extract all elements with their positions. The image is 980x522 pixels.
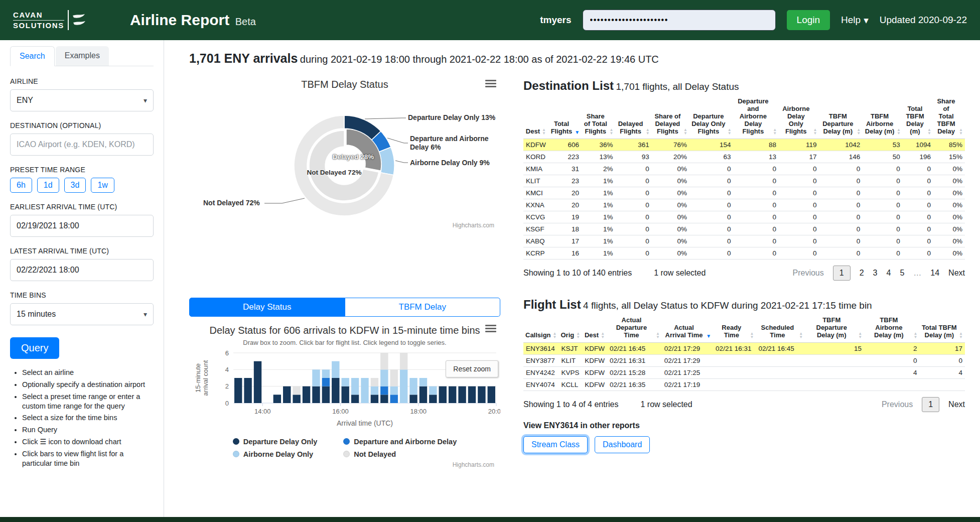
preset-1w-button[interactable]: 1w — [91, 178, 114, 193]
arrival-bar[interactable] — [478, 386, 485, 403]
column-header-tbfm-airborne-delay-m[interactable]: TBFM Airborne Delay (m)▲▼ — [863, 97, 903, 139]
pagination-page-1[interactable]: 1 — [833, 266, 851, 281]
airline-select[interactable]: ENY ▾ — [10, 89, 154, 111]
legend-item-departure-delay-only[interactable]: Departure Delay Only — [233, 438, 317, 446]
table-row[interactable]: KMIA312%00%0000000% — [523, 163, 965, 175]
table-row[interactable]: KSGF181%00%0000000% — [523, 223, 965, 235]
column-header-dest[interactable]: Dest▲▼ — [582, 316, 607, 342]
arrival-bar[interactable] — [380, 353, 388, 403]
table-row[interactable]: KDFW60636%36176%15488119104253109485% — [523, 139, 965, 151]
stream-class-button[interactable]: Stream Class — [523, 436, 588, 453]
time-bins-select[interactable]: 15 minutes ▾ — [10, 303, 154, 325]
column-header-share-of-total-flights[interactable]: Share of Total Flights▲▼ — [582, 97, 615, 139]
column-header-airborne-delay-only-flights[interactable]: Airborne Delay Only Flights▲▼ — [779, 97, 819, 139]
pagination-previous[interactable]: Previous — [882, 400, 913, 409]
column-header-departure-delay-only-flights[interactable]: Departure Delay Only Flights▲▼ — [689, 97, 734, 139]
arrival-bar[interactable] — [371, 378, 378, 403]
column-header-delayed-flights[interactable]: Delayed Flights▲▼ — [615, 97, 651, 139]
arrival-bar[interactable] — [439, 386, 447, 403]
dashboard-button[interactable]: Dashboard — [595, 436, 650, 453]
preset-1d-button[interactable]: 1d — [37, 178, 59, 193]
column-header-departure-and-airborne-delay-flights[interactable]: Departure and Airborne Delay Flights▲▼ — [734, 97, 779, 139]
arrival-bar[interactable] — [400, 353, 407, 403]
tab-tbfm-delay[interactable]: TBFM Delay — [345, 298, 501, 317]
column-header-dest[interactable]: Dest▲▼ — [523, 97, 548, 139]
earliest-arrival-input[interactable] — [10, 215, 154, 237]
pagination-page-3[interactable]: 3 — [873, 269, 878, 278]
login-button[interactable]: Login — [787, 10, 830, 30]
help-menu[interactable]: Help ▾ — [841, 15, 869, 26]
arrival-bar[interactable] — [332, 361, 339, 403]
table-row[interactable]: KCVG191%00%0000000% — [523, 211, 965, 223]
arrival-bar[interactable] — [449, 386, 456, 403]
legend-item-airborne-delay-only[interactable]: Airborne Delay Only — [233, 450, 317, 458]
table-row[interactable]: KXNA201%00%0000000% — [523, 199, 965, 211]
column-header-share-of-delayed-flights[interactable]: Share of Delayed Flights▲▼ — [652, 97, 689, 139]
column-header-total-flights[interactable]: Total Flights▼ — [548, 97, 582, 139]
arrival-bar[interactable] — [341, 378, 349, 403]
reset-zoom-button[interactable]: Reset zoom — [446, 360, 498, 377]
arrival-bar[interactable] — [234, 378, 242, 403]
column-header-actual-arrival-time[interactable]: Actual Arrival Time▼ — [662, 316, 713, 342]
tab-examples[interactable]: Examples — [56, 46, 109, 66]
arrival-bar[interactable] — [429, 386, 437, 403]
pagination-page-14[interactable]: 14 — [930, 269, 939, 278]
chart-menu-icon[interactable] — [485, 325, 496, 334]
destination-input[interactable] — [10, 134, 154, 156]
column-header-tbfm-departure-delay-m[interactable]: TBFM Departure Delay (m)▲▼ — [819, 97, 863, 139]
pagination-page-1[interactable]: 1 — [922, 397, 939, 412]
column-header-total-tbfm-delay-m[interactable]: Total TBFM Delay (m)▲▼ — [903, 97, 933, 139]
table-row[interactable]: ENY4074KCLLKDFW02/21 16:3502/21 17:19 — [523, 378, 965, 390]
column-header-ready-time[interactable]: Ready Time▲▼ — [713, 316, 756, 342]
table-row[interactable]: ENY4242KVPSKDFW02/21 15:2802/21 17:2544 — [523, 366, 965, 378]
arrival-bar[interactable] — [303, 386, 310, 403]
arrival-bar[interactable] — [419, 378, 427, 403]
arrival-bar[interactable] — [322, 369, 330, 403]
arrival-bar[interactable] — [409, 378, 417, 403]
column-header-total-tbfm-delay-m[interactable]: Total TBFM Delay (m)▲▼ — [920, 316, 965, 342]
arrival-bar[interactable] — [361, 378, 368, 403]
arrival-bar[interactable] — [351, 378, 359, 403]
table-row[interactable]: KLIT231%00%0000000% — [523, 175, 965, 187]
table-row[interactable]: ENY3614KSJTKDFW02/21 16:4502/21 17:2902/… — [523, 342, 965, 354]
arrival-bar[interactable] — [254, 361, 261, 403]
password-input[interactable] — [583, 10, 776, 31]
arrival-bar[interactable] — [468, 386, 476, 403]
column-header-callsign[interactable]: Callsign▲▼ — [523, 316, 559, 342]
arrival-bar[interactable] — [283, 386, 291, 403]
query-button[interactable]: Query — [10, 337, 59, 359]
column-header-scheduled-time[interactable]: Scheduled Time▲▼ — [756, 316, 805, 342]
arrival-bar[interactable] — [458, 386, 466, 403]
highcharts-credit[interactable]: Highcharts.com — [189, 222, 500, 229]
arrival-bar[interactable] — [273, 395, 281, 403]
arrival-bar[interactable] — [244, 378, 251, 403]
pagination-page-5[interactable]: 5 — [900, 269, 904, 278]
preset-3d-button[interactable]: 3d — [64, 178, 86, 193]
column-header-tbfm-departure-delay-m[interactable]: TBFM Departure Delay (m)▲▼ — [805, 316, 864, 342]
pagination-next[interactable]: Next — [948, 269, 965, 278]
pagination-page-4[interactable]: 4 — [886, 269, 891, 278]
table-row[interactable]: KABQ171%00%0000000% — [523, 235, 965, 247]
chart-menu-icon[interactable] — [485, 80, 496, 89]
table-row[interactable]: KORD22313%9320%6313171465019615% — [523, 151, 965, 163]
table-row[interactable]: KMCI201%00%0000000% — [523, 187, 965, 199]
pagination-previous[interactable]: Previous — [793, 269, 824, 278]
preset-6h-button[interactable]: 6h — [10, 178, 32, 193]
arrival-bar[interactable] — [488, 386, 495, 403]
highcharts-credit[interactable]: Highcharts.com — [189, 461, 500, 468]
column-header-actual-departure-time[interactable]: Actual Departure Time▲▼ — [607, 316, 662, 342]
legend-item-not-delayed[interactable]: Not Delayed — [343, 450, 457, 458]
latest-arrival-input[interactable] — [10, 259, 154, 281]
pagination-next[interactable]: Next — [948, 400, 965, 409]
column-header-orig[interactable]: Orig▲▼ — [559, 316, 583, 342]
pagination-page-2[interactable]: 2 — [860, 269, 864, 278]
legend-item-departure-and-airborne-delay[interactable]: Departure and Airborne Delay — [343, 438, 457, 446]
table-cell: KLIT — [559, 354, 583, 366]
tab-delay-status[interactable]: Delay Status — [189, 298, 345, 317]
column-header-share-of-total-tbfm-delay[interactable]: Share of Total TBFM Delay▲▼ — [933, 97, 965, 139]
table-row[interactable]: ENY3877KLITKDFW02/21 16:3102/21 17:2900 — [523, 354, 965, 366]
table-row[interactable]: KCRP161%00%0000000% — [523, 247, 965, 259]
arrival-bar[interactable] — [293, 386, 300, 403]
tab-search[interactable]: Search — [10, 46, 55, 66]
column-header-tbfm-airborne-delay-m[interactable]: TBFM Airborne Delay (m)▲▼ — [864, 316, 919, 342]
